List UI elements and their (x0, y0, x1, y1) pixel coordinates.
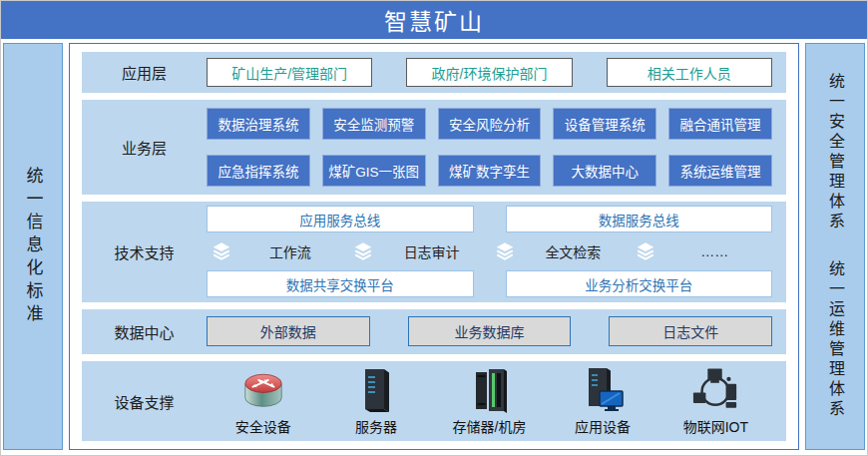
layer-application: 应用层 矿山生产/管理部门 政府/环境保护部门 相关工作人员 (82, 52, 786, 93)
left-sidebar-label: 统一信息化标准 (21, 167, 46, 327)
business-item: 煤矿数字孪生 (438, 155, 542, 187)
middleware-item: 工作流 (207, 240, 348, 262)
business-item: 煤矿GIS一张图 (322, 155, 426, 187)
tech-support-items: 应用服务总线 数据服务总线 工作流 (207, 206, 772, 297)
right-sidebar-label-security: 统一安全管理体系 (823, 73, 847, 232)
application-items: 矿山生产/管理部门 政府/环境保护部门 相关工作人员 (207, 58, 772, 87)
business-item: 系统运维管理 (668, 155, 772, 187)
server-icon (357, 366, 395, 413)
layers-icon (635, 240, 656, 262)
application-item: 矿山生产/管理部门 (207, 58, 372, 87)
data-source: 外部数据 (207, 316, 370, 346)
layer-label-device-support: 设备支撑 (82, 391, 207, 412)
device-label: 安全设备 (235, 416, 291, 436)
right-sidebar-label-ops: 统一运维管理体系 (823, 260, 847, 420)
application-device-icon (580, 366, 626, 413)
layer-device-support: 设备支撑 (82, 361, 786, 441)
device-label: 服务器 (355, 416, 397, 436)
middleware-label: …… (656, 243, 772, 259)
business-item: 应急指挥系统 (207, 155, 310, 187)
data-center-items: 外部数据 业务数据库 日志文件 (207, 316, 772, 346)
page-title-banner: 智慧矿山 (1, 1, 867, 39)
application-item: 相关工作人员 (607, 58, 772, 87)
security-device-icon (240, 366, 286, 413)
platform-row: 数据共享交换平台 业务分析交换平台 (207, 270, 772, 297)
right-sidebar: 统一安全管理体系 统一运维管理体系 (805, 43, 865, 450)
business-items: 数据治理系统 安全监测预警 安全风险分析 设备管理系统 融合通讯管理 应急指挥系… (207, 108, 772, 187)
device-label: 物联网IOT (683, 416, 748, 436)
architecture-panel: 应用层 矿山生产/管理部门 政府/环境保护部门 相关工作人员 业务层 数据治理系… (69, 43, 799, 450)
exchange-platform: 业务分析交换平台 (506, 270, 773, 297)
business-item: 设备管理系统 (553, 108, 656, 140)
device-label: 应用设备 (575, 416, 631, 436)
middleware-item: …… (631, 240, 772, 262)
exchange-platform: 数据共享交换平台 (207, 270, 474, 297)
smart-mine-architecture-diagram: 智慧矿山 统一信息化标准 应用层 矿山生产/管理部门 政府/环境保护部门 相关工… (0, 0, 868, 456)
device-label: 存储器/机房 (453, 416, 527, 436)
business-item: 大数据中心 (553, 155, 656, 187)
device-item: 安全设备 (207, 366, 319, 436)
device-items: 安全设备 (207, 366, 772, 436)
middleware-label: 全文检索 (516, 241, 632, 261)
device-item: 物联网IOT (659, 366, 772, 436)
data-source: 业务数据库 (408, 316, 572, 346)
layer-data-center: 数据中心 外部数据 业务数据库 日志文件 (82, 309, 786, 354)
business-item: 数据治理系统 (207, 108, 310, 140)
device-item: 服务器 (319, 366, 432, 436)
service-bus: 数据服务总线 (506, 206, 773, 232)
diagram-content: 统一信息化标准 应用层 矿山生产/管理部门 政府/环境保护部门 相关工作人员 业… (1, 39, 867, 455)
layer-label-business: 业务层 (82, 137, 207, 158)
layers-icon (494, 240, 516, 262)
layers-icon (211, 240, 232, 262)
storage-rack-icon (471, 366, 509, 413)
data-source: 日志文件 (609, 316, 772, 346)
service-bus: 应用服务总线 (207, 206, 474, 232)
layer-label-tech-support: 技术支持 (82, 241, 207, 262)
layer-business: 业务层 数据治理系统 安全监测预警 安全风险分析 设备管理系统 融合通讯管理 应… (82, 100, 786, 195)
middleware-item: 日志审计 (348, 240, 490, 262)
layer-label-application: 应用层 (82, 62, 207, 83)
iot-network-icon (691, 366, 739, 413)
middleware-label: 日志审计 (374, 241, 490, 261)
business-item: 融合通讯管理 (668, 108, 772, 140)
service-bus-row: 应用服务总线 数据服务总线 (207, 206, 772, 232)
application-item: 政府/环境保护部门 (406, 58, 572, 87)
device-item: 存储器/机房 (433, 366, 546, 436)
layers-icon (352, 240, 374, 262)
middleware-item: 全文检索 (490, 240, 632, 262)
device-item: 应用设备 (546, 366, 658, 436)
page-title: 智慧矿山 (384, 3, 484, 37)
layer-label-data-center: 数据中心 (82, 321, 207, 342)
layer-tech-support: 技术支持 应用服务总线 数据服务总线 工作流 (82, 202, 786, 302)
business-item: 安全监测预警 (322, 108, 426, 140)
middleware-label: 工作流 (232, 241, 348, 261)
business-item: 安全风险分析 (438, 108, 542, 140)
middleware-row: 工作流 日志审计 全文检索 (207, 240, 772, 262)
left-sidebar: 统一信息化标准 (3, 43, 63, 450)
